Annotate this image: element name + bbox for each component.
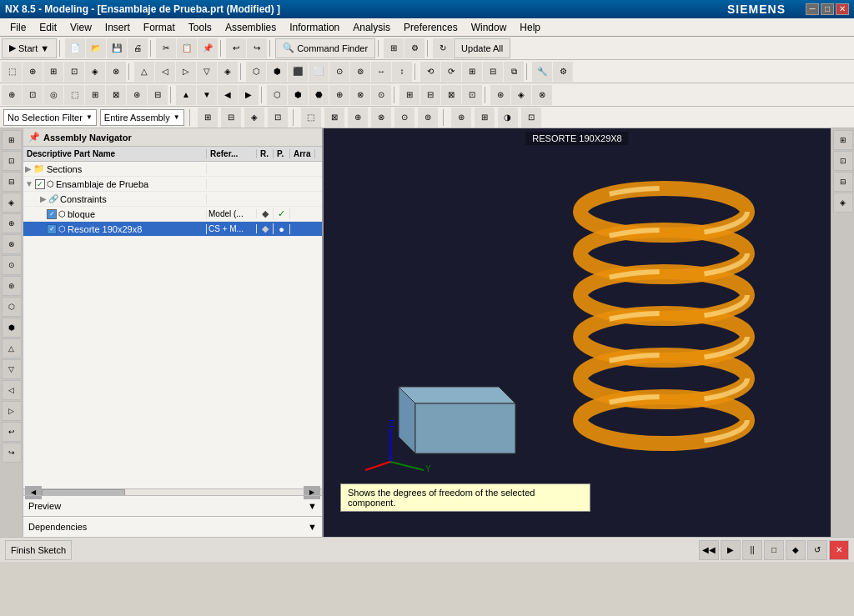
tb3-btn12[interactable]: ▶ — [239, 85, 259, 105]
menu-preferences[interactable]: Preferences — [397, 20, 465, 35]
sel-btn5[interactable]: ⬚ — [301, 108, 321, 128]
update-button[interactable]: ↻ — [433, 38, 453, 58]
nav-btn1[interactable]: ⊞ — [2, 130, 22, 150]
sel-btn1[interactable]: ⊞ — [198, 108, 218, 128]
menu-help[interactable]: Help — [513, 20, 547, 35]
tb3-btn21[interactable]: ⊠ — [441, 85, 461, 105]
tb2-btn24[interactable]: ⧉ — [504, 62, 524, 82]
tb3-btn24[interactable]: ◈ — [511, 85, 531, 105]
tb3-btn7[interactable]: ⊛ — [127, 85, 147, 105]
menu-tools[interactable]: Tools — [182, 20, 219, 35]
status-btn1[interactable]: ◀◀ — [699, 540, 719, 560]
tb2-btn19[interactable]: ↕ — [392, 62, 412, 82]
tb3-btn2[interactable]: ⊡ — [23, 85, 43, 105]
sel-btn7[interactable]: ⊕ — [348, 108, 368, 128]
menu-information[interactable]: Information — [283, 20, 346, 35]
tb3-btn4[interactable]: ⬚ — [64, 85, 84, 105]
menu-insert[interactable]: Insert — [98, 20, 137, 35]
status-btn5[interactable]: ◆ — [786, 540, 806, 560]
minimize-button[interactable]: ─ — [806, 3, 819, 15]
copy-toolbar-button[interactable]: 📋 — [177, 38, 197, 58]
asm-row-sections[interactable]: ▶ 📁 Sections — [23, 162, 322, 177]
selection-filter-dropdown[interactable]: No Selection Filter ▼ — [3, 109, 97, 126]
tb2-btn2[interactable]: ⊕ — [23, 62, 43, 82]
tb2-btn7[interactable]: △ — [134, 62, 154, 82]
nav-btn2[interactable]: ⊡ — [2, 151, 22, 171]
status-btn7[interactable]: ✕ — [829, 540, 849, 560]
sel-btn3[interactable]: ◈ — [244, 108, 264, 128]
nav-btn6[interactable]: ⊗ — [2, 234, 22, 254]
cut-button[interactable]: ✂ — [156, 38, 176, 58]
tb2-btn8[interactable]: ◁ — [155, 62, 175, 82]
right-nav-btn2[interactable]: ⊡ — [833, 151, 853, 171]
tb2-btn23[interactable]: ⊟ — [483, 62, 503, 82]
tb3-btn20[interactable]: ⊟ — [420, 85, 440, 105]
status-btn6[interactable]: ↺ — [807, 540, 827, 560]
horizontal-scrollbar[interactable]: ◀ ▶ — [23, 488, 322, 495]
settings-button[interactable]: ⚙ — [404, 38, 424, 58]
asm-row-constraints[interactable]: ▶ 🔗 Constraints — [23, 192, 322, 207]
tb2-btn21[interactable]: ⟳ — [441, 62, 461, 82]
preview-panel[interactable]: Preview ▼ — [23, 496, 322, 517]
tb3-btn14[interactable]: ⬢ — [288, 85, 308, 105]
command-finder-button[interactable]: 🔍 Command Finder — [275, 38, 375, 58]
tb2-btn5[interactable]: ◈ — [85, 62, 105, 82]
tb3-btn8[interactable]: ⊟ — [148, 85, 168, 105]
status-btn4[interactable]: □ — [764, 540, 784, 560]
menu-file[interactable]: File — [3, 20, 33, 35]
nav-btn16[interactable]: ↪ — [2, 443, 22, 463]
tb3-btn15[interactable]: ⬣ — [309, 85, 329, 105]
status-finish-sketch[interactable]: Finish Sketch — [5, 540, 72, 560]
sel-btn6[interactable]: ⊠ — [324, 108, 344, 128]
status-btn3[interactable]: || — [742, 540, 762, 560]
tb2-btn6[interactable]: ⊗ — [106, 62, 126, 82]
status-btn2[interactable]: ▶ — [721, 540, 741, 560]
nav-btn14[interactable]: ▷ — [2, 401, 22, 421]
tb2-btn20[interactable]: ⟲ — [420, 62, 440, 82]
tb3-btn16[interactable]: ⊕ — [329, 85, 349, 105]
tb3-btn1[interactable]: ⊕ — [2, 85, 22, 105]
tb3-btn22[interactable]: ⊡ — [462, 85, 482, 105]
tb3-btn17[interactable]: ⊗ — [350, 85, 370, 105]
tb3-btn23[interactable]: ⊛ — [490, 85, 510, 105]
tb3-btn5[interactable]: ⊞ — [85, 85, 105, 105]
right-nav-btn4[interactable]: ◈ — [833, 193, 853, 213]
tb2-btn9[interactable]: ▷ — [176, 62, 196, 82]
asm-row-resorte[interactable]: ✓ ⬡ Resorte 190x29x8 CS + M... ◆ ● — [23, 222, 322, 237]
nav-btn11[interactable]: △ — [2, 338, 22, 358]
tb3-btn9[interactable]: ▲ — [176, 85, 196, 105]
asm-row-bloque[interactable]: ✓ ⬡ bloque Model (... ◆ ✓ — [23, 207, 322, 222]
nav-btn12[interactable]: ▽ — [2, 359, 22, 379]
menu-analysis[interactable]: Analysis — [346, 20, 397, 35]
tb2-btn12[interactable]: ⬡ — [246, 62, 266, 82]
tb2-btn17[interactable]: ⊚ — [350, 62, 370, 82]
menu-window[interactable]: Window — [465, 20, 514, 35]
sel-btn4[interactable]: ⊡ — [268, 108, 288, 128]
right-nav-btn3[interactable]: ⊟ — [833, 172, 853, 192]
nav-btn10[interactable]: ⬢ — [2, 318, 22, 338]
tb2-btn3[interactable]: ⊞ — [43, 62, 63, 82]
asm-row-ensamblaje[interactable]: ▼ ⬡ Ensamblaje de Prueba — [23, 177, 322, 192]
tb2-btn26[interactable]: ⚙ — [553, 62, 573, 82]
tb3-btn18[interactable]: ⊙ — [371, 85, 391, 105]
menu-edit[interactable]: Edit — [33, 20, 63, 35]
menu-assemblies[interactable]: Assemblies — [219, 20, 283, 35]
undo-button[interactable]: ↩ — [226, 38, 246, 58]
redo-button[interactable]: ↪ — [247, 38, 267, 58]
dependencies-panel[interactable]: Dependencies ▼ — [23, 517, 322, 538]
start-button[interactable]: ▶ Start ▼ — [2, 38, 57, 58]
tb2-btn10[interactable]: ▽ — [197, 62, 217, 82]
tb2-btn14[interactable]: ⬛ — [288, 62, 308, 82]
nav-btn15[interactable]: ↩ — [2, 422, 22, 442]
close-button[interactable]: ✕ — [836, 3, 849, 15]
tb2-btn16[interactable]: ⊙ — [329, 62, 349, 82]
tb3-btn6[interactable]: ⊠ — [106, 85, 126, 105]
right-nav-btn1[interactable]: ⊞ — [833, 130, 853, 150]
tb2-btn15[interactable]: ⬜ — [309, 62, 329, 82]
maximize-button[interactable]: □ — [821, 3, 834, 15]
snap-button[interactable]: ⊞ — [384, 38, 404, 58]
tb2-btn22[interactable]: ⊞ — [462, 62, 482, 82]
tb2-btn18[interactable]: ↔ — [371, 62, 391, 82]
sel-btn14[interactable]: ⊡ — [521, 108, 541, 128]
tb3-btn11[interactable]: ◀ — [218, 85, 238, 105]
